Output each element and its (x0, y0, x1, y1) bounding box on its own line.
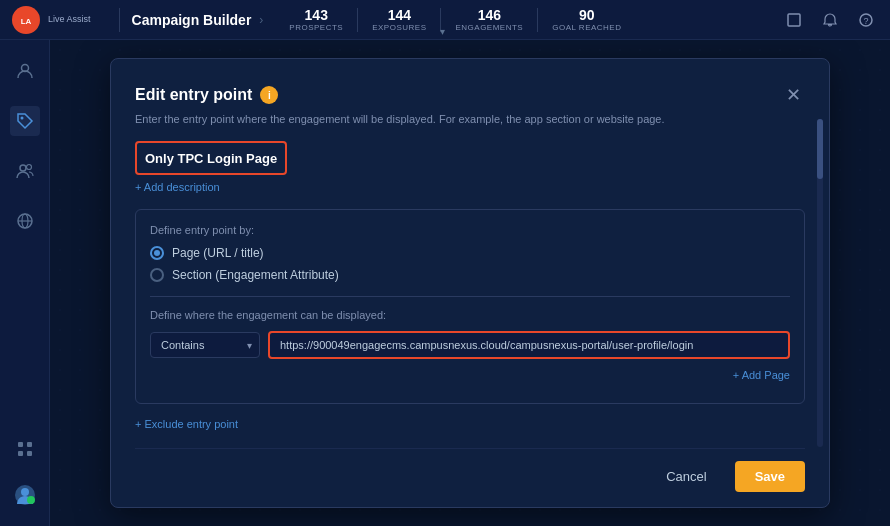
stats-area: 143 PROSPECTS 144 EXPOSURES 146 ENGAGEME… (275, 8, 635, 32)
stat-exposures-label: EXPOSURES (372, 23, 426, 32)
svg-point-8 (26, 165, 31, 170)
entry-point-name-text: Only TPC Login Page (145, 151, 277, 166)
stat-prospects-number: 143 (305, 8, 328, 22)
url-input[interactable] (268, 331, 790, 359)
sidebar-item-grid[interactable] (10, 434, 40, 464)
modal-title: Edit entry point (135, 86, 252, 104)
svg-rect-12 (18, 442, 23, 447)
sidebar-item-people[interactable] (10, 156, 40, 186)
modal-header: Edit entry point i ✕ (135, 83, 805, 107)
logo-area: LA Live Assist (12, 6, 91, 34)
sidebar (0, 40, 50, 526)
svg-rect-13 (27, 442, 32, 447)
svg-point-6 (20, 117, 23, 120)
logo-text: Live Assist (48, 14, 91, 25)
entry-point-name-box[interactable]: Only TPC Login Page (135, 141, 287, 175)
sidebar-bottom (10, 434, 40, 510)
vertical-divider (119, 8, 120, 32)
stat-prospects-label: PROSPECTS (289, 23, 343, 32)
sidebar-item-avatar[interactable] (10, 480, 40, 510)
define-section: Define entry point by: Page (URL / title… (135, 209, 805, 404)
radio-page-label: Page (URL / title) (172, 246, 264, 260)
stat-engagements-label: ENGAGEMENTS (455, 23, 523, 32)
page-title: Campaign Builder (132, 12, 252, 28)
modal-footer: Cancel Save (135, 448, 805, 492)
main-content: Edit entry point i ✕ Enter the entry poi… (50, 40, 890, 526)
cancel-button[interactable]: Cancel (650, 461, 722, 492)
add-description-link[interactable]: + Add description (135, 181, 805, 193)
where-label: Define where the engagement can be displ… (150, 309, 790, 321)
top-bar: LA Live Assist Campaign Builder › 143 PR… (0, 0, 890, 40)
svg-text:?: ? (863, 16, 868, 26)
stat-exposures: 144 EXPOSURES (358, 8, 441, 32)
bell-icon[interactable] (818, 8, 842, 32)
sidebar-item-user[interactable] (10, 56, 40, 86)
add-page-link[interactable]: + Add Page (150, 369, 790, 381)
section-divider (150, 296, 790, 297)
chevron-down-icon[interactable]: ▾ (440, 26, 445, 37)
modal-overlay: Edit entry point i ✕ Enter the entry poi… (50, 40, 890, 526)
svg-point-18 (27, 496, 35, 504)
svg-text:LA: LA (21, 17, 32, 26)
stat-exposures-number: 144 (388, 8, 411, 22)
breadcrumb-arrow-icon: › (259, 13, 263, 27)
define-label: Define entry point by: (150, 224, 790, 236)
modal-subtitle: Enter the entry point where the engageme… (135, 113, 805, 125)
top-bar-right: ? (782, 8, 878, 32)
radio-page[interactable]: Page (URL / title) (150, 246, 790, 260)
modal-scrollbar-thumb[interactable] (817, 119, 823, 179)
stat-engagements: 146 ENGAGEMENTS (441, 8, 538, 32)
radio-group: Page (URL / title) Section (Engagement A… (150, 246, 790, 282)
logo-icon: LA (12, 6, 40, 34)
radio-section[interactable]: Section (Engagement Attribute) (150, 268, 790, 282)
svg-rect-14 (18, 451, 23, 456)
svg-rect-2 (788, 14, 800, 26)
expand-icon[interactable] (782, 8, 806, 32)
close-button[interactable]: ✕ (781, 83, 805, 107)
svg-point-17 (21, 488, 29, 496)
stat-engagements-number: 146 (478, 8, 501, 22)
stat-goal-reached: 90 GOAL REACHED (538, 8, 635, 32)
radio-section-circle[interactable] (150, 268, 164, 282)
sidebar-item-globe[interactable] (10, 206, 40, 236)
help-icon[interactable]: ? (854, 8, 878, 32)
edit-entry-point-modal: Edit entry point i ✕ Enter the entry poi… (110, 58, 830, 508)
svg-rect-15 (27, 451, 32, 456)
sidebar-item-tag[interactable] (10, 106, 40, 136)
svg-point-7 (20, 165, 26, 171)
stat-goal-reached-label: GOAL REACHED (552, 23, 621, 32)
exclude-entry-point-link[interactable]: + Exclude entry point (135, 418, 238, 430)
save-button[interactable]: Save (735, 461, 805, 492)
modal-scrollbar[interactable] (817, 119, 823, 447)
stat-prospects: 143 PROSPECTS (275, 8, 358, 32)
modal-title-row: Edit entry point i (135, 86, 278, 104)
stat-goal-reached-number: 90 (579, 8, 595, 22)
radio-page-circle[interactable] (150, 246, 164, 260)
contains-select[interactable]: Contains Equals Starts with (150, 332, 260, 358)
info-icon[interactable]: i (260, 86, 278, 104)
url-row: Contains Equals Starts with (150, 331, 790, 359)
radio-section-label: Section (Engagement Attribute) (172, 268, 339, 282)
contains-select-wrapper: Contains Equals Starts with (150, 332, 260, 358)
main-layout: Edit entry point i ✕ Enter the entry poi… (0, 40, 890, 526)
